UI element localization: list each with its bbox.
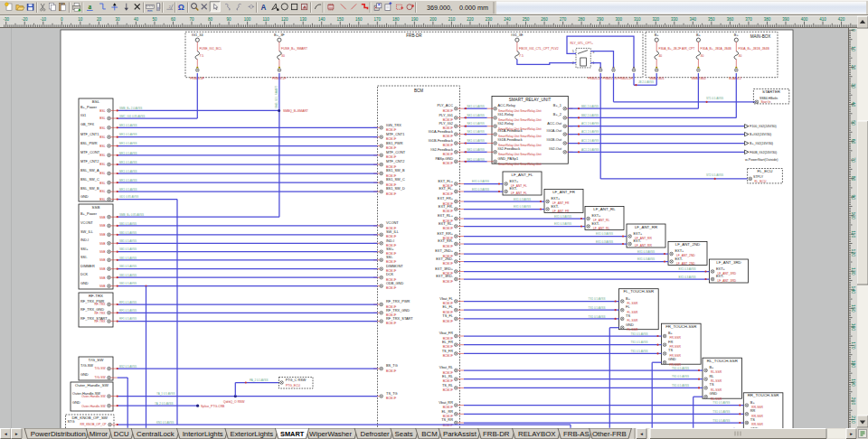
svg-text:BSL: BSL [99,198,105,201]
svg-text:GND: GND [668,357,676,361]
svg-text:7A_2 0.5 AVSS: 7A_2 0.5 AVSS [155,402,173,406]
svg-text:BCM-IF: BCM-IF [443,320,453,323]
svg-text:SB1 0.5 AVSS: SB1 0.5 AVSS [119,274,137,277]
svg-text:80: 80 [208,17,213,22]
svg-text:TS1 0.5 AVSS: TS1 0.5 AVSS [589,297,606,301]
svg-text:2: 2 [169,5,171,9]
svg-text:BSL: BSL [99,126,105,130]
svg-text:110: 110 [851,230,856,238]
svg-text:160: 160 [355,17,363,22]
svg-text:EL_RL: EL_RL [442,374,454,378]
svg-text:F100_IG2(24V/30): F100_IG2(24V/30) [750,125,777,128]
svg-text:B+: B+ [750,400,756,405]
svg-text:SSB: SSB [99,224,106,228]
svg-text:B+: B+ [626,296,631,301]
svg-text:SSB4-HBotIn: SSB4-HBotIn [760,97,778,100]
svg-text:190: 190 [851,378,856,387]
svg-text:EXT_FL-: EXT_FL- [439,186,453,191]
svg-text:RF1 0.5 AVSS: RF1 0.5 AVSS [119,317,137,321]
svg-text:NK1 0.5 AVSS: NK1 0.5 AVSS [467,105,485,108]
svg-text:5: 5 [572,50,574,53]
svg-text:IG2-Out: IG2-Out [549,146,562,151]
svg-text:RF1 0.5 AVSS: RF1 0.5 AVSS [119,309,137,313]
svg-text:T/G-SW: T/G-SW [95,376,107,379]
svg-text:IG2-Feedback: IG2-Feedback [430,147,453,152]
svg-text:SSB: SSB [99,216,106,220]
svg-text:SB1 0.5 AVSS: SB1 0.5 AVSS [119,265,137,268]
svg-text:PTG_ECU: PTG_ECU [286,384,301,388]
svg-text:BCM-IF: BCM-IF [443,245,453,248]
svg-text:JB 2.0 AVSS: JB 2.0 AVSS [638,80,654,84]
svg-text:SB1 0.5 AVSS: SB1 0.5 AVSS [119,239,137,243]
svg-text:170: 170 [374,17,382,22]
svg-text:BSL: BSL [99,109,105,113]
svg-text:EX1 0.3 AVSS: EX1 0.3 AVSS [596,232,613,236]
svg-text:EX1 0.3 AVSS: EX1 0.3 AVSS [514,205,531,209]
svg-text:LF_ANT_RR: LF_ANT_RR [635,225,657,229]
svg-text:LF_ANT_RL: LF_ANT_RL [593,207,616,211]
svg-text:FRB-DR: FRB-DR [483,430,510,438]
svg-text:140: 140 [318,17,326,22]
svg-text:ST1 0.5 AVSS: ST1 0.5 AVSS [706,97,723,100]
svg-text:VCONT: VCONT [80,220,93,225]
svg-text:MTF_CNT2: MTF_CNT2 [80,159,99,163]
svg-text:110: 110 [263,17,270,22]
svg-text:BSL_PWR: BSL_PWR [80,141,98,145]
svg-text:FR_TOUCH-SSR: FR_TOUCH-SSR [665,324,696,329]
svg-text:BSL: BSL [99,145,105,148]
svg-text:30: 30 [739,54,742,58]
svg-text:30: 30 [701,54,704,58]
svg-text:190: 190 [411,17,419,22]
svg-text:SW_ILL: SW_ILL [80,229,94,234]
svg-text:20: 20 [851,65,856,70]
svg-text:TS: TS [750,417,755,422]
svg-text:BB1 2.0 AVSS: BB1 2.0 AVSS [581,105,599,108]
svg-text:290: 290 [597,17,604,22]
svg-text:369.000, 0.000 mm: 369.000, 0.000 mm [427,4,488,12]
svg-text:ExteriorLights: ExteriorLights [231,430,274,438]
svg-text:BCM-IF: BCM-IF [443,262,453,266]
svg-text:BSL: BSL [99,135,105,139]
svg-text:210: 210 [448,17,456,22]
svg-text:FL_ECU: FL_ECU [755,180,768,183]
svg-text:EX1 0.3 AVSS: EX1 0.3 AVSS [554,222,571,226]
svg-text:DCK: DCK [386,272,394,276]
svg-text:EXT_2ND+: EXT_2ND+ [435,248,454,253]
svg-text:360: 360 [727,17,734,22]
svg-text:SSI-: SSI- [80,255,88,259]
svg-text:270: 270 [560,17,567,22]
svg-text:MK1 0.5 AVSS: MK1 0.5 AVSS [119,161,137,164]
svg-text:STARTER: STARTER [762,89,780,94]
svg-text:BCM-IF: BCM-IF [443,388,453,392]
svg-text:RF-TRX: RF-TRX [94,320,106,323]
svg-text:BCM-IF: BCM-IF [386,192,396,196]
svg-text:EXT+: EXT+ [592,213,602,218]
svg-text:30: 30 [851,83,856,89]
svg-text:AC1 2.0 AVSS: AC1 2.0 AVSS [581,148,599,152]
svg-text:STG: STG [68,419,75,424]
svg-text:Seats: Seats [395,430,413,438]
svg-text:IND-I: IND-I [386,238,394,243]
svg-text:200: 200 [429,17,437,22]
svg-text:IG2-Relay: IG2-Relay [498,121,514,126]
svg-text:7.5: 7.5 [519,54,524,58]
svg-text:LF_ANT_FL: LF_ANT_FL [512,173,533,177]
svg-text:SMBQ_B+SMART: SMBQ_B+SMART [283,109,308,113]
svg-text:DCU: DCU [114,430,129,438]
svg-text:BSL: BSL [99,182,105,185]
svg-text:TS: TS [710,382,714,387]
svg-text:EX1 0.3 AVSS: EX1 0.3 AVSS [637,250,655,254]
svg-text:GB_TFX: GB_TFX [80,122,95,126]
svg-text:TS_FL: TS_FL [442,313,454,318]
svg-text:TS1 0.5 AVSS: TS1 0.5 AVSS [631,341,648,344]
svg-text:100: 100 [244,17,251,22]
svg-text:20: 20 [97,17,102,22]
svg-text:ParkAssist: ParkAssist [443,430,477,438]
svg-text:370: 370 [745,17,752,22]
svg-text:SB1 0.5 AVSS: SB1 0.5 AVSS [119,257,137,260]
svg-text:400: 400 [801,17,808,22]
svg-text:TS1 0.5 AVSS: TS1 0.5 AVSS [712,410,730,414]
svg-text:EXT_3RD-: EXT_3RD- [436,274,454,278]
svg-text:PA_2 0.5 AVSS: PA_2 0.5 AVSS [250,378,269,382]
svg-text:BS1_SW_C: BS1_SW_C [386,177,405,182]
